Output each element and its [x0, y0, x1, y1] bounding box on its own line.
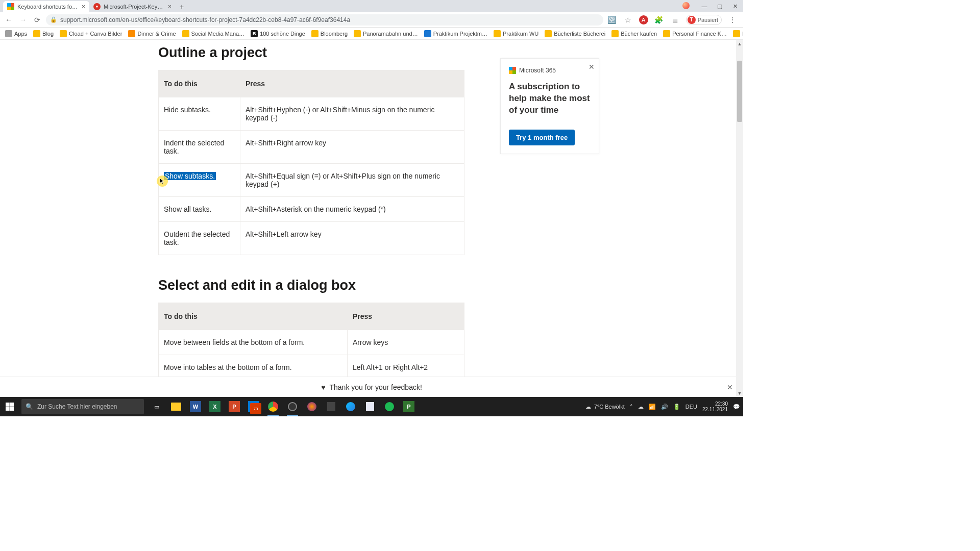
feedback-text: Thank you for your feedback!: [329, 383, 422, 391]
tab-close-icon[interactable]: ×: [168, 3, 172, 10]
tab-active[interactable]: Keyboard shortcuts for Project ×: [3, 1, 89, 12]
translate-icon[interactable]: 🈳: [606, 14, 618, 26]
edge-button[interactable]: [342, 397, 359, 416]
mail-badge: 73: [250, 403, 261, 414]
section-title: Outline a project: [158, 45, 464, 61]
app-button[interactable]: [323, 397, 340, 416]
table-row: Show subtasks.Alt+Shift+Equal sign (=) o…: [159, 164, 464, 197]
favicon-pdf-icon: ●: [93, 3, 101, 10]
url-text: support.microsoft.com/en-us/office/keybo…: [60, 16, 350, 23]
close-window-button[interactable]: ✕: [728, 1, 742, 11]
extensions-icon[interactable]: 🧩: [653, 14, 665, 26]
folder-icon: [171, 403, 181, 411]
heart-icon: ♥: [321, 383, 325, 391]
bookmark-item[interactable]: Praktikum WU: [492, 29, 541, 39]
notifications-icon[interactable]: 💬: [733, 404, 740, 410]
site-icon: [424, 30, 431, 37]
bookmark-item[interactable]: Photoshop lernen: [731, 29, 743, 39]
apps-icon: [5, 30, 12, 37]
bookmark-item[interactable]: Panoramabahn und…: [352, 29, 420, 39]
battery-icon[interactable]: 🔋: [673, 404, 680, 410]
bookmark-item[interactable]: Blog: [31, 29, 56, 39]
back-button[interactable]: ←: [3, 14, 14, 26]
bookmark-item[interactable]: Bücherliste Bücherei: [543, 29, 607, 39]
excel-icon: X: [209, 401, 220, 412]
bookmark-item[interactable]: Cload + Canva Bilder: [58, 29, 124, 39]
obs-button[interactable]: [284, 397, 301, 416]
minimize-button[interactable]: —: [697, 1, 712, 11]
bookmark-item[interactable]: Dinner & Crime: [126, 29, 178, 39]
profile-label: Pausiert: [698, 17, 718, 23]
weather-text: 7°C Bewölkt: [594, 404, 625, 410]
folder-icon: [33, 30, 40, 37]
titlebar: Keyboard shortcuts for Project × ● Micro…: [0, 0, 743, 12]
weather-icon: ☁: [585, 404, 591, 410]
navbar: ← → ⟳ 🔒 support.microsoft.com/en-us/offi…: [0, 12, 743, 28]
tab-close-icon[interactable]: ×: [82, 3, 85, 10]
cloud-icon[interactable]: ☁: [638, 404, 644, 410]
weather-widget[interactable]: ☁ 7°C Bewölkt: [585, 404, 625, 410]
folder-icon: [494, 30, 501, 37]
excel-button[interactable]: X: [206, 397, 224, 416]
bookmark-star-icon[interactable]: ☆: [623, 14, 634, 26]
taskbar-search[interactable]: 🔍 Zur Suche Text hier eingeben: [21, 399, 144, 414]
start-button[interactable]: [0, 397, 19, 416]
tab-title: Keyboard shortcuts for Project: [17, 4, 79, 10]
tray-chevron-icon[interactable]: ˄: [630, 404, 633, 410]
scroll-up-icon[interactable]: ▲: [736, 40, 743, 47]
volume-icon[interactable]: 🔊: [661, 404, 668, 410]
mail-button[interactable]: ✉73: [245, 397, 262, 416]
tab-title: Microsoft-Project-Keyboard-Sh: [104, 4, 165, 10]
profile-chip[interactable]: T Pausiert: [686, 15, 722, 25]
tab-inactive[interactable]: ● Microsoft-Project-Keyboard-Sh ×: [89, 1, 176, 12]
bookmark-item[interactable]: Bücher kaufen: [609, 29, 659, 39]
forward-button[interactable]: →: [17, 14, 29, 26]
folder-icon: [611, 30, 619, 37]
adblock-icon[interactable]: A: [639, 15, 648, 24]
powerpoint-icon: P: [229, 401, 240, 412]
site-icon: [128, 30, 135, 37]
windows-logo-icon: [6, 403, 14, 411]
selected-text: Show subtasks.: [164, 172, 216, 180]
table-row: Outdent the selected task.Alt+Shift+Left…: [159, 222, 464, 255]
chrome-button[interactable]: [264, 397, 282, 416]
bookmark-item[interactable]: Praktikum Projektm…: [422, 29, 489, 39]
wifi-icon[interactable]: 📶: [649, 404, 656, 410]
bookmark-item[interactable]: B100 schöne Dinge: [249, 29, 307, 39]
taskview-button[interactable]: ▭: [148, 397, 165, 416]
explorer-button[interactable]: [167, 397, 185, 416]
clock[interactable]: 22:30 22.11.2021: [702, 401, 728, 413]
address-bar[interactable]: 🔒 support.microsoft.com/en-us/office/key…: [46, 14, 603, 26]
folder-icon: [733, 30, 740, 37]
project-icon: P: [403, 401, 414, 412]
bookmark-apps[interactable]: Apps: [3, 29, 29, 39]
new-tab-button[interactable]: +: [176, 1, 188, 12]
powerpoint-button[interactable]: P: [226, 397, 243, 416]
shortcuts-table-outline: To do this Press Hide subtasks.Alt+Shift…: [158, 70, 464, 255]
col-header: To do this: [159, 70, 240, 97]
try-free-button[interactable]: Try 1 month free: [509, 130, 575, 145]
close-icon[interactable]: ✕: [727, 383, 733, 391]
bookmark-item[interactable]: Bloomberg: [309, 29, 350, 39]
scroll-thumb[interactable]: [737, 61, 742, 122]
word-button[interactable]: W: [187, 397, 204, 416]
readinglist-icon[interactable]: ≣: [670, 14, 681, 26]
folder-icon: [182, 30, 189, 37]
promo-card: ✕ Microsoft 365 A subscription to help m…: [500, 58, 599, 154]
project-button[interactable]: P: [400, 397, 418, 416]
spotify-button[interactable]: [381, 397, 398, 416]
bookmark-item[interactable]: Personal Finance K…: [661, 29, 729, 39]
scroll-down-icon[interactable]: ▼: [736, 390, 743, 397]
menu-icon[interactable]: ⋮: [727, 14, 738, 26]
folder-icon: [354, 30, 361, 37]
edge-icon: [346, 402, 355, 411]
language-indicator[interactable]: DEU: [685, 404, 697, 410]
firefox-button[interactable]: [303, 397, 321, 416]
bookmark-item[interactable]: Social Media Mana…: [180, 29, 247, 39]
maximize-button[interactable]: ▢: [713, 1, 727, 11]
col-header: To do this: [159, 303, 348, 330]
reload-button[interactable]: ⟳: [32, 14, 43, 26]
scrollbar[interactable]: ▲ ▼: [736, 40, 743, 397]
notepad-button[interactable]: [361, 397, 379, 416]
close-icon[interactable]: ✕: [589, 63, 595, 71]
